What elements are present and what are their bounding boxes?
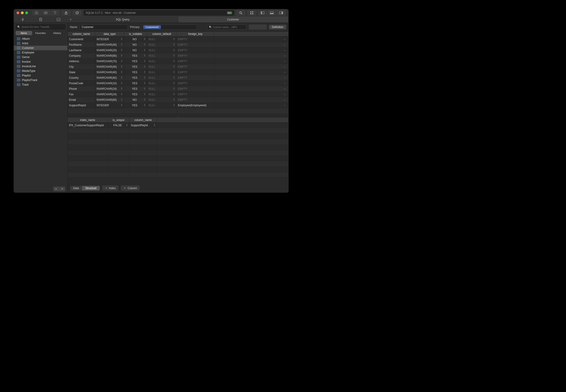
- column-header-is_nullable[interactable]: is_nullable: [124, 32, 147, 37]
- sidebar-item-invoiceline[interactable]: InvoiceLine: [14, 64, 68, 69]
- bolt-icon[interactable]: [20, 17, 25, 22]
- cell[interactable]: EMPTY: [177, 58, 214, 64]
- cell[interactable]: Email: [68, 97, 95, 103]
- cell[interactable]: NULL▲▼: [147, 53, 177, 58]
- cell[interactable]: NULL▲▼: [147, 70, 177, 75]
- cell[interactable]: NULL▲▼: [147, 37, 177, 42]
- table-row[interactable]: PostalCodeNVARCHAR(10)▲▼YES▲▼NULL▲▼EMPTY…: [68, 81, 289, 86]
- sidebar-item-employee[interactable]: Employee: [14, 50, 68, 55]
- cell[interactable]: FALSE▲▼: [108, 123, 129, 128]
- column-header-foreign_key[interactable]: foreign_key: [177, 32, 214, 37]
- cell[interactable]: NULL▲▼: [147, 47, 177, 53]
- cell[interactable]: NVARCHAR(40)▲▼: [95, 75, 124, 81]
- zoom-window-button[interactable]: [25, 12, 28, 14]
- cell[interactable]: SupportRepId▲▼: [129, 123, 157, 128]
- refresh-icon[interactable]: [72, 10, 82, 16]
- cell[interactable]: NULL▲▼: [147, 86, 177, 92]
- cell[interactable]: NVARCHAR(20)▲▼: [95, 47, 124, 53]
- arrow-icon[interactable]: →: [214, 75, 289, 81]
- cell[interactable]: NVARCHAR(24)▲▼: [95, 92, 124, 97]
- table-row[interactable]: PhoneNVARCHAR(24)▲▼YES▲▼NULL▲▼EMPTY→: [68, 86, 289, 92]
- tab-sql-query[interactable]: ✕SQL Query: [68, 16, 178, 23]
- cell[interactable]: SupportRepId: [68, 103, 95, 108]
- cell[interactable]: NVARCHAR(60)▲▼: [95, 97, 124, 103]
- breadcrumb[interactable]: SQLite 3.27.2 : Nice : nice.db : Custome…: [83, 10, 234, 16]
- cell[interactable]: NULL▲▼: [147, 81, 177, 86]
- cell[interactable]: NVARCHAR(40)▲▼: [95, 64, 124, 70]
- cell[interactable]: NVARCHAR(24)▲▼: [95, 86, 124, 92]
- sql-icon[interactable]: sql: [56, 17, 61, 22]
- arrow-icon[interactable]: →: [214, 70, 289, 75]
- cell[interactable]: NVARCHAR(80)▲▼: [95, 53, 124, 58]
- cell[interactable]: NVARCHAR(40)▲▼: [95, 70, 124, 75]
- index-header-index_name[interactable]: index_name: [68, 118, 108, 123]
- arrow-icon[interactable]: →: [214, 47, 289, 53]
- cell[interactable]: EMPTY: [177, 64, 214, 70]
- table-row[interactable]: StateNVARCHAR(40)▲▼YES▲▼NULL▲▼EMPTY→: [68, 70, 289, 75]
- sidebar-item-album[interactable]: Album: [14, 37, 68, 41]
- arrow-icon[interactable]: →: [214, 86, 289, 92]
- cell[interactable]: YES▲▼: [124, 58, 147, 64]
- cell[interactable]: YES▲▼: [124, 103, 147, 108]
- table-row[interactable]: AddressNVARCHAR(70)▲▼YES▲▼NULL▲▼EMPTY→: [68, 58, 289, 64]
- sidebar-item-playlist[interactable]: Playlist: [14, 73, 68, 78]
- close-window-button[interactable]: [16, 12, 19, 14]
- column-header-data_type[interactable]: data_type: [95, 32, 124, 37]
- grid-icon[interactable]: [247, 10, 256, 16]
- table-row[interactable]: EmailNVARCHAR(60)▲▼NO▲▼NULL▲▼EMPTY→: [68, 97, 289, 103]
- definition-button[interactable]: Definition: [269, 25, 286, 29]
- cell[interactable]: EMPTY: [177, 75, 214, 81]
- cell[interactable]: NVARCHAR(10)▲▼: [95, 81, 124, 86]
- cell[interactable]: EMPTY: [177, 42, 214, 47]
- sidebar-item-playlisttrack[interactable]: PlaylistTrack: [14, 78, 68, 82]
- table-name-input[interactable]: [80, 25, 128, 30]
- cell[interactable]: EMPTY: [177, 47, 214, 53]
- primary-key-box[interactable]: CustomerId: [142, 25, 197, 30]
- column-header-column_default[interactable]: column_default: [147, 32, 177, 37]
- cell[interactable]: Employee(EmployeeId): [177, 103, 214, 108]
- arrow-icon[interactable]: →: [214, 103, 289, 108]
- cell[interactable]: Fax: [68, 92, 95, 97]
- structure-tab[interactable]: Structure: [82, 186, 100, 191]
- cell[interactable]: State: [68, 70, 95, 75]
- cell[interactable]: EMPTY: [177, 92, 214, 97]
- sidebar-item-mediatype[interactable]: MediaType: [14, 69, 68, 73]
- cell[interactable]: Phone: [68, 86, 95, 92]
- dropdown-button[interactable]: [59, 187, 65, 191]
- add-index-button[interactable]: ＋Index: [102, 185, 118, 191]
- table-row[interactable]: FaxNVARCHAR(24)▲▼YES▲▼NULL▲▼EMPTY→: [68, 92, 289, 97]
- cell[interactable]: NVARCHAR(40)▲▼: [95, 42, 124, 47]
- close-icon[interactable]: ✕: [69, 18, 72, 21]
- cell[interactable]: INTEGER▲▼: [95, 103, 124, 108]
- arrow-icon[interactable]: →: [214, 37, 289, 42]
- table-row[interactable]: CompanyNVARCHAR(80)▲▼YES▲▼NULL▲▼EMPTY→: [68, 53, 289, 58]
- arrow-icon[interactable]: →: [214, 81, 289, 86]
- add-column-button[interactable]: ＋Column: [121, 185, 140, 191]
- cell[interactable]: EMPTY: [177, 86, 214, 92]
- lock-icon[interactable]: [62, 10, 71, 16]
- cell[interactable]: Country: [68, 75, 95, 81]
- tab-customer[interactable]: Customer: [178, 16, 289, 23]
- cell[interactable]: YES▲▼: [124, 70, 147, 75]
- cell[interactable]: INTEGER▲▼: [95, 37, 124, 42]
- cell[interactable]: LastName: [68, 47, 95, 53]
- cell[interactable]: NO▲▼: [124, 37, 147, 42]
- layout-left-icon[interactable]: [258, 10, 267, 16]
- column-search-input[interactable]: [207, 25, 247, 30]
- cell[interactable]: YES▲▼: [124, 53, 147, 58]
- cell[interactable]: NULL▲▼: [147, 64, 177, 70]
- arrow-icon[interactable]: →: [214, 92, 289, 97]
- cell[interactable]: EMPTY: [177, 53, 214, 58]
- table-row[interactable]: CityNVARCHAR(40)▲▼YES▲▼NULL▲▼EMPTY→: [68, 64, 289, 70]
- cell[interactable]: YES▲▼: [124, 92, 147, 97]
- layout-bottom-icon[interactable]: [267, 10, 276, 16]
- cell[interactable]: NO▲▼: [124, 47, 147, 53]
- cell[interactable]: FirstName: [68, 42, 95, 47]
- cell[interactable]: Company: [68, 53, 95, 58]
- filter-icon[interactable]: [51, 10, 60, 16]
- sidebar-item-genre[interactable]: Genre: [14, 55, 68, 59]
- cell[interactable]: NVARCHAR(70)▲▼: [95, 58, 124, 64]
- table-row[interactable]: FirstNameNVARCHAR(40)▲▼NO▲▼NULL▲▼EMPTY→: [68, 42, 289, 47]
- cell[interactable]: YES▲▼: [124, 64, 147, 70]
- table-row[interactable]: CountryNVARCHAR(40)▲▼YES▲▼NULL▲▼EMPTY→: [68, 75, 289, 81]
